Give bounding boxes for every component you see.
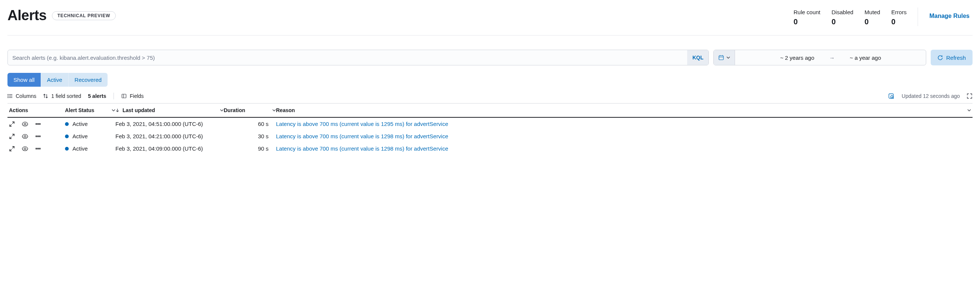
svg-rect-32 (39, 148, 40, 149)
svg-rect-10 (122, 94, 126, 98)
technical-preview-badge: TECHNICAL PREVIEW (52, 11, 116, 20)
svg-rect-18 (36, 123, 37, 124)
stat-disabled: Disabled 0 (831, 9, 853, 26)
svg-point-7 (8, 94, 8, 94)
status-label: Active (72, 121, 88, 127)
expand-icon[interactable] (9, 146, 15, 152)
alert-count-label: 5 alerts (88, 93, 106, 99)
table-row: Active Feb 3, 2021, 04:09:00.000 (UTC-6)… (8, 142, 972, 155)
chevron-down-icon (726, 56, 730, 59)
toolbar-separator (113, 93, 114, 99)
svg-rect-26 (39, 136, 40, 137)
reason-link[interactable]: Latency is above 700 ms (current value i… (276, 133, 971, 139)
chevron-down-icon[interactable] (967, 108, 971, 112)
time-to: ~ a year ago (850, 54, 881, 61)
columns-label: Columns (16, 93, 36, 99)
inspect-icon[interactable] (888, 93, 895, 99)
table-row: Active Feb 3, 2021, 04:51:00.000 (UTC-6)… (8, 118, 972, 130)
col-header-actions: Actions (9, 107, 65, 113)
duration-cell: 60 s (224, 121, 276, 127)
svg-point-23 (24, 135, 26, 137)
filter-active[interactable]: Active (41, 73, 68, 87)
col-header-last-updated[interactable]: Last updated (115, 107, 224, 113)
stat-value: 0 (891, 18, 907, 26)
fields-button[interactable]: Fields (121, 93, 143, 99)
svg-rect-30 (36, 148, 37, 149)
reason-link[interactable]: Latency is above 700 ms (current value i… (276, 121, 971, 127)
time-range-display[interactable]: ~ 2 years ago → ~ a year ago (735, 50, 926, 65)
stat-label: Disabled (831, 9, 853, 15)
col-header-status-label: Alert Status (65, 107, 94, 113)
manage-rules-link[interactable]: Manage Rules (929, 8, 970, 19)
stat-label: Rule count (794, 9, 821, 15)
refresh-button[interactable]: Refresh (931, 50, 972, 65)
search-input[interactable] (8, 50, 687, 65)
svg-rect-25 (38, 136, 39, 137)
filter-show-all[interactable]: Show all (8, 73, 41, 87)
svg-line-27 (12, 147, 14, 148)
svg-rect-19 (38, 123, 39, 124)
last-updated-cell: Feb 3, 2021, 04:21:00.000 (UTC-6) (115, 133, 224, 139)
rule-stats: Rule count 0 Disabled 0 Muted 0 Errors 0 (794, 8, 918, 26)
table-row: Active Feb 3, 2021, 04:21:00.000 (UTC-6)… (8, 130, 972, 142)
col-header-status[interactable]: Alert Status (65, 107, 115, 113)
status-dot (65, 147, 69, 151)
fields-label: Fields (130, 93, 143, 99)
sort-down-icon (115, 108, 119, 112)
svg-rect-20 (39, 123, 40, 124)
refresh-icon (937, 55, 943, 61)
svg-point-9 (8, 97, 8, 97)
eye-icon[interactable] (22, 146, 29, 152)
more-icon[interactable] (35, 146, 41, 152)
expand-icon[interactable] (9, 121, 15, 127)
svg-point-17 (24, 123, 26, 125)
eye-icon[interactable] (22, 133, 29, 139)
chevron-down-icon[interactable] (220, 108, 224, 112)
svg-line-28 (10, 149, 11, 151)
status-label: Active (72, 133, 88, 139)
date-picker-button[interactable] (714, 50, 735, 65)
svg-point-29 (24, 148, 26, 150)
last-updated-cell: Feb 3, 2021, 04:09:00.000 (UTC-6) (115, 145, 224, 152)
status-label: Active (72, 145, 88, 152)
stat-muted: Muted 0 (865, 9, 880, 26)
svg-rect-31 (38, 148, 39, 149)
more-icon[interactable] (35, 133, 41, 139)
search-box: KQL (8, 50, 709, 65)
time-arrow: → (829, 54, 835, 61)
page-title: Alerts (8, 8, 47, 24)
list-icon (8, 93, 13, 99)
svg-point-13 (891, 96, 893, 98)
svg-point-8 (8, 96, 8, 96)
sort-label: 1 field sorted (51, 93, 81, 99)
stat-value: 0 (794, 18, 821, 26)
stat-label: Muted (865, 9, 880, 15)
svg-line-15 (12, 122, 14, 124)
status-dot (65, 122, 69, 126)
table-header-row: Actions Alert Status Last updated Durati… (8, 104, 972, 118)
stat-errors: Errors 0 (891, 9, 907, 26)
reason-link[interactable]: Latency is above 700 ms (current value i… (276, 145, 971, 152)
sort-button[interactable]: 1 field sorted (43, 93, 81, 99)
eye-icon[interactable] (22, 121, 29, 127)
svg-line-16 (10, 124, 11, 126)
filter-recovered[interactable]: Recovered (68, 73, 108, 87)
chevron-down-icon[interactable] (112, 108, 115, 112)
chevron-down-icon[interactable] (272, 108, 276, 112)
fields-icon (121, 93, 127, 99)
col-header-duration[interactable]: Duration (224, 107, 276, 113)
stat-value: 0 (865, 18, 880, 26)
svg-rect-24 (36, 136, 37, 137)
fullscreen-icon[interactable] (967, 93, 972, 99)
refresh-label: Refresh (946, 54, 966, 61)
expand-icon[interactable] (9, 133, 15, 139)
more-icon[interactable] (35, 121, 41, 127)
kql-button[interactable]: KQL (687, 50, 709, 65)
time-from: ~ 2 years ago (780, 54, 814, 61)
columns-button[interactable]: Columns (8, 93, 36, 99)
svg-line-22 (10, 137, 11, 139)
calendar-icon (718, 54, 724, 61)
svg-line-21 (12, 134, 14, 136)
col-header-reason[interactable]: Reason (276, 107, 971, 113)
duration-cell: 90 s (224, 145, 276, 152)
